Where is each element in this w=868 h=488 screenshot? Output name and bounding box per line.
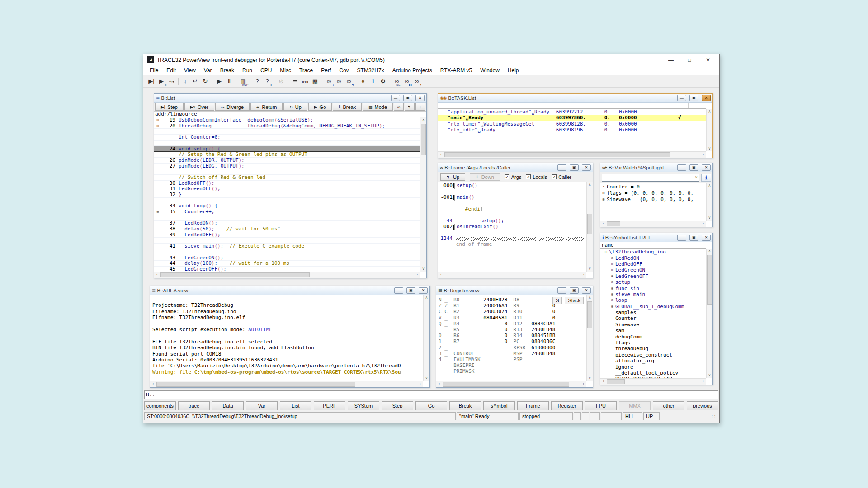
- softkey-symbol[interactable]: sYmbol: [483, 401, 515, 410]
- expand-icon[interactable]: ⊞: [609, 298, 615, 302]
- expand-icon[interactable]: ⊞: [609, 268, 615, 272]
- frame-row[interactable]: #endif: [438, 206, 586, 212]
- task-row[interactable]: "main"␣Ready603997860.0.0x0000√: [438, 115, 706, 121]
- checkbox-icon[interactable]: ✓: [505, 174, 509, 179]
- frame-row[interactable]: -000setup(): [438, 183, 586, 189]
- watch-horizontal-scrollbar[interactable]: ‹ ›: [600, 221, 706, 227]
- symbol-tree[interactable]: ⊟\T32ThreadDebug_ino⊞LedRedON⊞LedRedOFF⊞…: [600, 249, 706, 378]
- source-line-35[interactable]: ⊞35 Counter++;: [154, 209, 420, 215]
- watch-minimize-button[interactable]: —: [677, 164, 686, 171]
- watch-close-button[interactable]: ✕: [702, 164, 711, 171]
- list-maximize-button[interactable]: ▣: [403, 95, 412, 101]
- command-line-input[interactable]: B::: [144, 390, 718, 399]
- checkbox-icon[interactable]: ✓: [526, 174, 531, 179]
- source-line-41[interactable]: 41 sieve_main(); // Execute C example co…: [154, 244, 420, 249]
- stack-button[interactable]: Stack: [565, 297, 584, 304]
- frame-row[interactable]: [438, 189, 586, 195]
- symbol-tree-row[interactable]: ⊞LedRedON: [600, 255, 706, 261]
- expand-icon[interactable]: ⊞: [609, 280, 615, 284]
- symbol-tree-row[interactable]: ignore: [600, 364, 706, 370]
- scroll-down-arrow[interactable]: ∨: [587, 266, 593, 272]
- diverge-button[interactable]: ↝Diverge: [215, 103, 250, 111]
- source-line-27[interactable]: 27pinMode(LEDG, OUTPUT);: [154, 164, 420, 169]
- softkey-previous[interactable]: previous: [687, 401, 718, 410]
- scroll-up-arrow[interactable]: ∧: [707, 249, 712, 254]
- symbol-tree-row[interactable]: piecewise_construct: [600, 352, 706, 358]
- expand-icon[interactable]: ⊞: [609, 256, 615, 260]
- frame-row[interactable]: end of frame: [438, 242, 586, 248]
- scroll-down-arrow[interactable]: ∨: [587, 375, 593, 381]
- stop-icon[interactable]: ⊘: [276, 77, 286, 86]
- menu-item-window[interactable]: Window: [476, 66, 504, 75]
- scroll-thumb[interactable]: [587, 214, 592, 234]
- list-horizontal-scrollbar[interactable]: ‹ ›: [154, 272, 420, 278]
- frame-row[interactable]: [438, 201, 586, 206]
- scroll-up-arrow[interactable]: ∧: [587, 182, 593, 188]
- watch-set-icon[interactable]: ∞SET: [392, 77, 402, 86]
- find-watch-icon-button[interactable]: ∞: [394, 103, 404, 111]
- scroll-thumb[interactable]: [607, 379, 625, 384]
- frame-close-button[interactable]: ✕: [582, 164, 591, 171]
- symbol-tree-row[interactable]: ⊞setup: [600, 279, 706, 285]
- menu-item-cpu[interactable]: CPU: [256, 66, 276, 75]
- tools-icon[interactable]: ⚙: [378, 77, 388, 86]
- area-maximize-button[interactable]: ▣: [406, 287, 415, 294]
- up-frame-icon-button[interactable]: ↰.: [405, 103, 415, 111]
- softkey-mmx[interactable]: MMX: [619, 401, 651, 410]
- source-line-20[interactable]: ⊞20ThreadDebug threadDebug(&debugComm, D…: [154, 123, 420, 129]
- scroll-down-arrow[interactable]: ∨: [707, 146, 712, 151]
- scroll-right-arrow[interactable]: ›: [580, 381, 586, 387]
- scroll-thumb[interactable]: [607, 221, 620, 226]
- frame-row[interactable]: -001main(): [438, 195, 586, 201]
- symbol-tree-row[interactable]: ⊞func_sin: [600, 285, 706, 291]
- watch-edit-icon[interactable]: ∞✎: [344, 77, 354, 86]
- softkey-other[interactable]: other: [653, 401, 684, 410]
- scroll-thumb[interactable]: [444, 152, 670, 157]
- step-over-icon[interactable]: ▶x: [156, 77, 166, 86]
- stack-s-button[interactable]: S: [552, 297, 562, 304]
- area-close-button[interactable]: ✕: [419, 287, 428, 294]
- area-vertical-scrollbar[interactable]: ∧ ∨: [423, 295, 429, 381]
- scroll-thumb[interactable]: [421, 124, 426, 155]
- frame-down-button[interactable]: ⇂Down: [470, 173, 500, 181]
- go-up-icon[interactable]: ↻: [200, 77, 210, 86]
- softkey-perf[interactable]: PERF: [314, 401, 345, 410]
- expand-icon[interactable]: ⊞: [154, 117, 161, 123]
- scroll-right-arrow[interactable]: ›: [700, 152, 706, 157]
- symbol-tree-row[interactable]: ⊞LedGreenON: [600, 267, 706, 273]
- menu-item-var[interactable]: Var: [200, 66, 216, 75]
- symbol-tree-row[interactable]: debugComm: [600, 333, 706, 339]
- go-down-icon[interactable]: ↓: [180, 77, 190, 86]
- menu-item-stm32h7x[interactable]: STM32H7x: [353, 66, 388, 75]
- expand-icon[interactable]: ⊞: [154, 209, 161, 215]
- watch-add-icon[interactable]: ∞+: [324, 77, 334, 86]
- menu-item-help[interactable]: Help: [504, 66, 523, 75]
- source-line-45[interactable]: 45 LedGreenOFF();: [154, 267, 420, 272]
- chevron-down-icon[interactable]: ∨: [695, 175, 698, 179]
- register-horizontal-scrollbar[interactable]: ‹ ›: [436, 381, 586, 387]
- scroll-left-arrow[interactable]: ‹: [438, 272, 444, 277]
- softkey-go[interactable]: Go: [415, 401, 447, 410]
- menu-item-misc[interactable]: Misc: [276, 66, 295, 75]
- symbol-info-icon[interactable]: ℹ: [368, 77, 378, 86]
- scroll-left-arrow[interactable]: ‹: [600, 379, 606, 384]
- symbol-tree-row[interactable]: ⊞loop: [600, 297, 706, 303]
- frame-vertical-scrollbar[interactable]: ∧ ∨: [586, 182, 593, 272]
- menu-item-file[interactable]: File: [146, 66, 162, 75]
- symbol-info-button[interactable]: ℹ: [701, 174, 711, 182]
- regs-minimize-button[interactable]: —: [557, 287, 566, 294]
- symbol-tree-row[interactable]: sam: [600, 328, 706, 333]
- scroll-thumb[interactable]: [160, 272, 310, 277]
- softkey-frame[interactable]: Frame: [517, 401, 549, 410]
- step-button[interactable]: ▶|Step: [155, 103, 184, 111]
- softkey-break[interactable]: Break: [449, 401, 481, 410]
- symbol-tree-row[interactable]: __default_lock_policy: [600, 370, 706, 376]
- task-minimize-button[interactable]: —: [677, 95, 686, 101]
- break-icon[interactable]: Ⅱ: [224, 77, 234, 86]
- watch-row[interactable]: ⊞Sinewave = (0, 0, 0, 0, 0, 0,: [600, 197, 706, 203]
- task-horizontal-scrollbar[interactable]: ‹ ›: [438, 151, 706, 158]
- scroll-left-arrow[interactable]: ‹: [150, 381, 156, 387]
- scroll-up-arrow[interactable]: ∧: [707, 109, 712, 114]
- up-button[interactable]: ↻Up: [283, 103, 307, 111]
- task-maximize-button[interactable]: ▣: [689, 95, 698, 101]
